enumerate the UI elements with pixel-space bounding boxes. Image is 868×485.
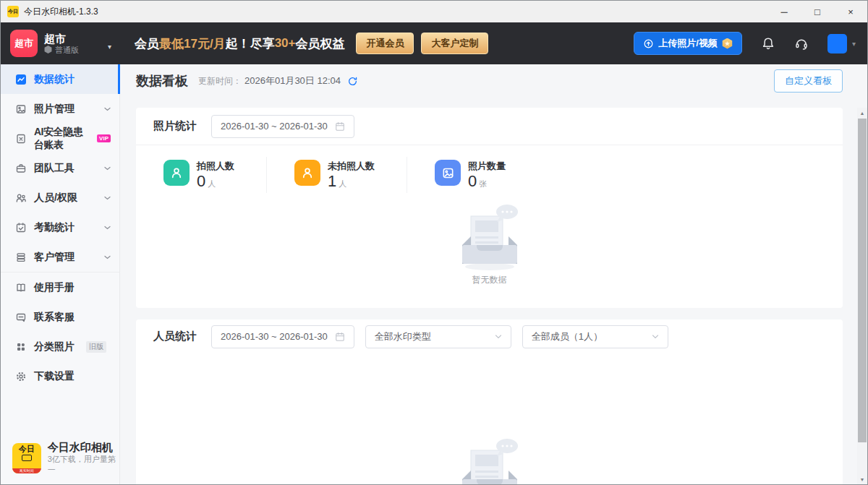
upload-button-label: 上传照片/视频	[658, 37, 718, 50]
sidebar-item-label: AI安全隐患台账表	[34, 126, 88, 152]
chevron-down-icon	[104, 226, 111, 230]
empty-state: 暂无数据	[136, 200, 843, 286]
calendar-check-icon	[15, 222, 27, 233]
scrollbar[interactable]: ▲ ▼	[857, 108, 867, 484]
sidebar-item-label: 数据统计	[34, 73, 75, 86]
refresh-icon[interactable]	[347, 76, 358, 87]
date-range-picker[interactable]: 2026-01-30 ~ 2026-01-30	[211, 325, 354, 348]
chevron-down-icon	[104, 166, 111, 171]
sidebar-item-contact-support[interactable]: 联系客服	[1, 302, 119, 332]
sidebar-item-client-management[interactable]: 客户管理	[1, 242, 119, 272]
sidebar-item-photo-management[interactable]: 照片管理	[1, 94, 119, 124]
account-menu[interactable]: ▾	[827, 34, 856, 53]
sidebar-item-label: 使用手册	[34, 281, 75, 294]
app-icon: 今日	[7, 6, 19, 17]
empty-box-illustration	[446, 200, 533, 272]
calendar-icon	[335, 121, 345, 132]
watermark-type-select[interactable]: 全部水印类型	[365, 325, 511, 348]
update-time-value: 2026年01月30日 12:04	[244, 74, 341, 87]
workspace-switcher[interactable]: 超市 超市 普通版 ▾	[1, 30, 120, 57]
briefcase-icon	[15, 163, 27, 174]
stat-unit: 张	[479, 179, 487, 189]
person-icon	[163, 160, 190, 186]
member-select-value: 全部成员（1人）	[532, 330, 603, 343]
window-title: 今日水印相机-1.3.3	[24, 6, 98, 18]
promo-text: 起！尽享	[226, 35, 275, 52]
grid-icon	[15, 341, 27, 353]
sidebar-item-label: 分类照片	[34, 340, 75, 353]
chart-icon	[15, 74, 27, 85]
sidebar-item-label: 人员/权限	[34, 192, 77, 205]
date-range-picker[interactable]: 2026-01-30 ~ 2026-01-30	[211, 115, 354, 138]
legacy-badge: 旧版	[86, 341, 106, 353]
app-name: 今日水印相机	[48, 440, 119, 454]
customer-support-button[interactable]	[794, 36, 809, 51]
sidebar-item-classified-photos[interactable]: 分类照片 旧版	[1, 332, 119, 361]
stat-value: 0	[197, 173, 205, 190]
stat-label: 拍照人数	[197, 160, 234, 172]
app-window: 今日 今日水印相机-1.3.3 ─ □ × 超市 超市 普通版 ▾ 会员最低17…	[0, 0, 868, 485]
stat-not-photographed: 未拍照人数 1人	[266, 157, 407, 193]
sidebar-item-team-tools[interactable]: 团队工具	[1, 153, 119, 183]
sidebar-item-ai-safety-ledger[interactable]: AI安全隐患台账表 VIP	[1, 124, 119, 153]
date-range-value: 2026-01-30 ~ 2026-01-30	[221, 331, 328, 342]
app-logo: 今日 真实时间	[12, 443, 41, 473]
stat-label: 未拍照人数	[328, 160, 375, 172]
app-logo-text: 今日	[19, 445, 35, 454]
sidebar-item-label: 团队工具	[34, 162, 75, 175]
picture-icon	[435, 160, 461, 186]
stat-value: 0	[468, 173, 477, 190]
empty-state-text: 暂无数据	[472, 274, 507, 286]
enterprise-custom-button[interactable]: 大客户定制	[421, 33, 488, 54]
chevron-down-icon	[104, 196, 111, 200]
member-select[interactable]: 全部成员（1人）	[522, 325, 668, 348]
sidebar: 数据统计 照片管理 AI安全隐患台账表 VIP 团队工具 人员/权限	[1, 64, 120, 484]
book-icon	[15, 282, 27, 293]
scrollbar-thumb[interactable]	[858, 119, 867, 442]
date-range-value: 2026-01-30 ~ 2026-01-30	[221, 121, 328, 132]
empty-box-illustration	[446, 434, 533, 484]
minimize-button[interactable]: ─	[767, 1, 801, 22]
titlebar: 今日 今日水印相机-1.3.3 ─ □ ×	[1, 1, 867, 22]
maximize-button[interactable]: □	[801, 1, 834, 22]
plan-label: 普通版	[55, 45, 79, 55]
update-time-label: 更新时间：	[198, 75, 242, 87]
calendar-icon	[335, 332, 345, 342]
empty-state	[136, 434, 843, 484]
workspace-name: 超市	[44, 33, 79, 45]
clients-icon	[15, 252, 27, 263]
watermark-type-value: 全部水印类型	[375, 330, 431, 343]
sidebar-item-data-statistics[interactable]: 数据统计	[1, 64, 119, 94]
notifications-button[interactable]	[761, 36, 775, 51]
sidebar-item-attendance-statistics[interactable]: 考勤统计	[1, 213, 119, 242]
stat-value: 1	[328, 173, 336, 190]
workspace-logo: 超市	[10, 30, 38, 57]
photo-icon	[15, 103, 27, 115]
photo-statistics-card: 照片统计 2026-01-30 ~ 2026-01-30 拍照人数 0人	[136, 108, 843, 308]
scroll-up-arrow[interactable]: ▲	[857, 108, 867, 118]
stats-row: 拍照人数 0人 未拍照人数 1人	[136, 145, 843, 200]
customize-dashboard-button[interactable]: 自定义看板	[774, 69, 843, 93]
sidebar-item-download-settings[interactable]: 下载设置	[1, 361, 119, 391]
main-content: 数据看板 更新时间： 2026年01月30日 12:04 自定义看板 照片统计 …	[120, 64, 867, 484]
upload-photo-video-button[interactable]: 上传照片/视频 ★	[634, 32, 742, 55]
promo-highlight: 最低17元/月	[159, 35, 226, 52]
sidebar-item-label: 联系客服	[34, 311, 75, 324]
chevron-down-icon	[104, 255, 111, 259]
stat-unit: 人	[208, 179, 216, 189]
sidebar-item-label: 考勤统计	[34, 221, 75, 234]
stat-unit: 人	[339, 179, 346, 189]
member-statistics-card: 人员统计 2026-01-30 ~ 2026-01-30 全部水印类型 全部成员…	[136, 319, 843, 484]
app-logo-tag: 真实时间	[12, 468, 41, 473]
vip-hexagon-icon: ★	[722, 38, 733, 49]
sidebar-item-user-manual[interactable]: 使用手册	[1, 272, 119, 302]
sidebar-item-label: 客户管理	[34, 251, 75, 264]
headset-icon	[794, 36, 809, 51]
close-button[interactable]: ×	[834, 1, 867, 22]
sidebar-item-people-permissions[interactable]: 人员/权限	[1, 183, 119, 213]
scroll-down-arrow[interactable]: ▼	[857, 474, 867, 484]
open-membership-button[interactable]: 开通会员	[356, 33, 414, 54]
vip-badge: VIP	[97, 134, 111, 142]
promo-text: 会员	[135, 35, 159, 52]
person-icon	[294, 160, 320, 186]
